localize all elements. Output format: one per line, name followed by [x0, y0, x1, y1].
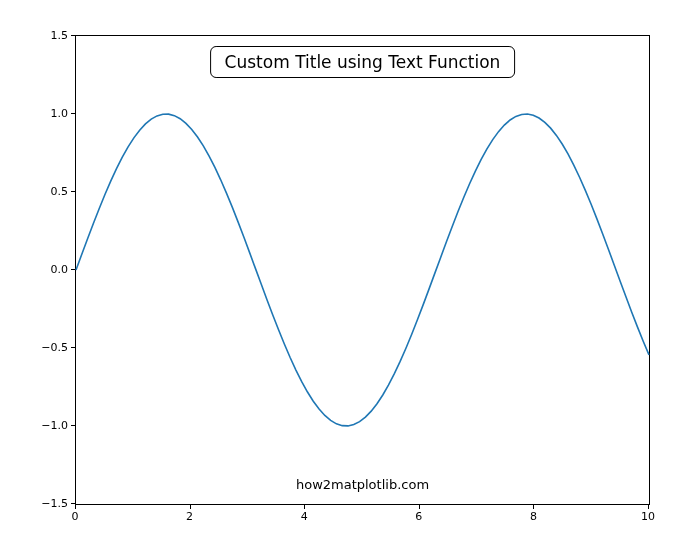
- chart-title: Custom Title using Text Function: [225, 52, 501, 72]
- y-tick-label: −0.5: [28, 341, 68, 354]
- figure: Custom Title using Text Function how2mat…: [0, 0, 700, 560]
- y-tick-mark: [71, 269, 75, 270]
- x-tick-label: 2: [186, 510, 193, 523]
- y-tick-label: 1.0: [28, 107, 68, 120]
- y-tick-label: −1.5: [28, 497, 68, 510]
- x-tick-mark: [190, 505, 191, 509]
- y-tick-label: 1.5: [28, 29, 68, 42]
- x-tick-label: 8: [530, 510, 537, 523]
- y-tick-label: −1.0: [28, 419, 68, 432]
- x-tick-mark: [419, 505, 420, 509]
- x-tick-mark: [304, 505, 305, 509]
- x-tick-label: 4: [301, 510, 308, 523]
- y-tick-mark: [71, 503, 75, 504]
- y-tick-mark: [71, 425, 75, 426]
- x-tick-mark: [75, 505, 76, 509]
- y-tick-mark: [71, 347, 75, 348]
- x-tick-label: 10: [641, 510, 655, 523]
- y-tick-label: 0.5: [28, 185, 68, 198]
- x-tick-label: 6: [415, 510, 422, 523]
- chart-title-box: Custom Title using Text Function: [210, 46, 516, 78]
- plot-area: Custom Title using Text Function how2mat…: [75, 35, 650, 505]
- y-tick-mark: [71, 113, 75, 114]
- chart-annotation: how2matplotlib.com: [296, 477, 429, 492]
- line-plot: [76, 36, 649, 504]
- y-tick-mark: [71, 35, 75, 36]
- y-tick-label: 0.0: [28, 263, 68, 276]
- x-tick-label: 0: [72, 510, 79, 523]
- x-tick-mark: [648, 505, 649, 509]
- x-tick-mark: [533, 505, 534, 509]
- sine-line: [76, 114, 649, 426]
- y-tick-mark: [71, 191, 75, 192]
